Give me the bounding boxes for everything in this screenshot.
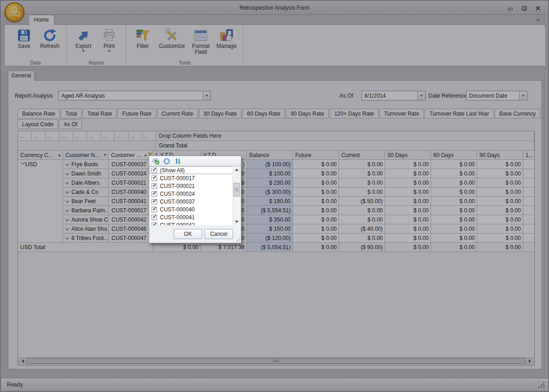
customer-name-cell[interactable]: Dawn Smith (63, 169, 109, 178)
filter-button[interactable]: Filter (130, 27, 156, 49)
checkbox-checked-icon[interactable] (152, 207, 157, 212)
close-button[interactable] (534, 5, 542, 11)
print-button[interactable]: Print (96, 27, 122, 52)
customer-name-cell[interactable]: Barbara Palm... (63, 206, 109, 215)
filter-item-show-all[interactable]: (Show All) (150, 166, 240, 174)
manage-button[interactable]: Manage (214, 27, 239, 49)
date-reference-dropdown-button[interactable] (519, 91, 527, 100)
field-chip-base-currency[interactable]: Base Currency (495, 109, 540, 118)
scroll-right-button[interactable] (526, 358, 533, 364)
collapse-ribbon-button[interactable] (535, 17, 542, 23)
tab-general[interactable]: General (8, 70, 35, 81)
cancel-button[interactable]: Cancel (204, 229, 233, 239)
field-chip-turnover-rate-last-year[interactable]: Turnover Rate Last Year (425, 109, 494, 118)
date-reference-combo[interactable]: Document Date (466, 91, 527, 100)
filter-field-cell[interactable]: ... (101, 131, 115, 141)
minimize-button[interactable] (507, 5, 514, 11)
report-analysis-combo[interactable]: Aged AR Analysis (58, 91, 211, 100)
customer-name-cell[interactable]: Cade & Co (63, 187, 109, 197)
field-chip-turnover-rate[interactable]: Turnover Rate (380, 109, 424, 118)
column-header-currency[interactable]: Currency C... ▲ (18, 151, 63, 160)
filter-field-cell[interactable]: ... (142, 131, 156, 141)
column-header-balance[interactable]: Balance (247, 151, 293, 160)
as-of-combo[interactable]: 8/1/2014 (362, 91, 426, 100)
customer-name-cell[interactable]: Alice Alan Sho... (63, 224, 109, 234)
customer-name-cell[interactable]: Dale Albers (63, 178, 109, 187)
column-header-90-days[interactable]: 90 Days (477, 151, 523, 160)
expand-chevron-icon[interactable] (65, 199, 69, 202)
field-chip-future-rate[interactable]: Future Rate (117, 109, 156, 118)
field-chip-30-days-rate[interactable]: 30 Days Rate (199, 109, 242, 118)
refresh-button[interactable]: Refresh (37, 27, 63, 49)
checkbox-checked-icon[interactable] (152, 176, 157, 181)
expand-chevron-icon[interactable] (65, 180, 69, 184)
filter-item[interactable]: CUST-000040 (150, 205, 240, 213)
filter-field-cell[interactable]: ... (128, 131, 142, 141)
vertical-scrollbar[interactable] (233, 166, 240, 225)
field-chip-layout-code[interactable]: Layout Code (18, 119, 58, 129)
field-chip-60-days-rate[interactable]: 60 Days Rate (242, 109, 285, 118)
tab-home[interactable]: Home (29, 15, 54, 25)
app-logo-button[interactable] (5, 2, 24, 22)
filter-item[interactable]: CUST-000041 (150, 213, 240, 221)
window-resize-grip[interactable] (543, 386, 544, 388)
expand-chevron-icon[interactable] (65, 208, 69, 211)
field-chip-90-days-rate[interactable]: 90 Days Rate (286, 109, 329, 118)
column-header-60-days[interactable]: 60 Days (431, 151, 477, 160)
column-header-future[interactable]: Future (293, 151, 339, 160)
checkbox-checked-icon[interactable] (152, 199, 157, 205)
maximize-button[interactable] (520, 5, 528, 11)
checkbox-checked-icon[interactable] (152, 215, 157, 220)
filter-item[interactable]: CUST-000024 (150, 190, 240, 198)
expand-chevron-icon[interactable] (65, 235, 69, 239)
field-chip-120-days-rate[interactable]: 120+ Days Rate (330, 109, 379, 118)
popup-resize-grip[interactable] (239, 240, 239, 241)
horizontal-scrollbar[interactable] (19, 357, 533, 364)
filter-field-cell[interactable]: ... (46, 131, 59, 141)
checkbox-checked-icon[interactable] (152, 168, 157, 173)
radio-mode-icon[interactable] (163, 158, 170, 165)
format-field-button[interactable]: Format Field (188, 27, 214, 55)
filter-field-cell[interactable]: ... (87, 131, 101, 141)
column-header-current[interactable]: Current (339, 151, 385, 160)
scroll-up-button[interactable] (233, 166, 240, 173)
column-header-30-days[interactable]: 30 Days (385, 151, 431, 160)
title-bar[interactable]: Retrospective Analysis Form (1, 1, 548, 15)
horizontal-scroll-thumb[interactable] (26, 358, 526, 364)
filter-field-cell[interactable]: ... (18, 131, 32, 141)
expand-chevron-icon[interactable] (65, 217, 69, 221)
customer-name-cell[interactable]: Frye Boots (63, 160, 109, 169)
filter-field-cell[interactable]: ... (59, 131, 73, 141)
filter-item[interactable]: CUST-000021 (150, 182, 240, 190)
filter-item[interactable]: CUST-000042 (150, 221, 240, 225)
expand-chevron-icon[interactable] (65, 171, 69, 175)
collapse-chevron-icon[interactable] (21, 161, 25, 164)
sort-arrows-icon[interactable] (174, 158, 181, 165)
filter-item[interactable]: CUST-000017 (150, 174, 240, 182)
customer-name-cell[interactable]: Aurora Shoe Co (63, 215, 109, 224)
filter-field-cell[interactable]: ... (32, 131, 46, 141)
checkbox-checked-icon[interactable] (152, 183, 157, 189)
as-of-dropdown-button[interactable] (417, 91, 425, 100)
checkbox-checked-icon[interactable] (152, 191, 157, 197)
field-chip-as-of[interactable]: As Of (59, 119, 82, 129)
expand-chevron-icon[interactable] (65, 226, 69, 230)
column-header-120-days[interactable]: 1... (523, 151, 534, 160)
customer-name-cell[interactable]: 8 Tribes Foot... (63, 234, 109, 243)
column-header-customer-name[interactable]: Customer N... ▼ (63, 151, 109, 160)
expand-chevron-icon[interactable] (65, 189, 69, 193)
field-chip-current-rate[interactable]: Current Rate (157, 109, 198, 118)
filter-item[interactable]: CUST-000037 (150, 198, 240, 205)
filter-field-cell[interactable]: ... (73, 131, 87, 141)
field-chip-balance-rate[interactable]: Balance Rate (18, 109, 60, 118)
field-chip-total-rate[interactable]: Total Rate (82, 109, 117, 118)
field-chip-total[interactable]: Total (61, 109, 82, 118)
report-analysis-dropdown-button[interactable] (203, 91, 210, 100)
ok-button[interactable]: OK (174, 229, 202, 239)
multi-select-check-icon[interactable] (152, 158, 159, 165)
save-button[interactable]: Save (11, 27, 37, 49)
customize-button[interactable]: Customize (156, 27, 188, 49)
currency-group-cell[interactable]: USD (18, 160, 63, 243)
filter-field-cell[interactable]: ... (115, 131, 128, 141)
vertical-scroll-thumb[interactable] (234, 183, 240, 197)
